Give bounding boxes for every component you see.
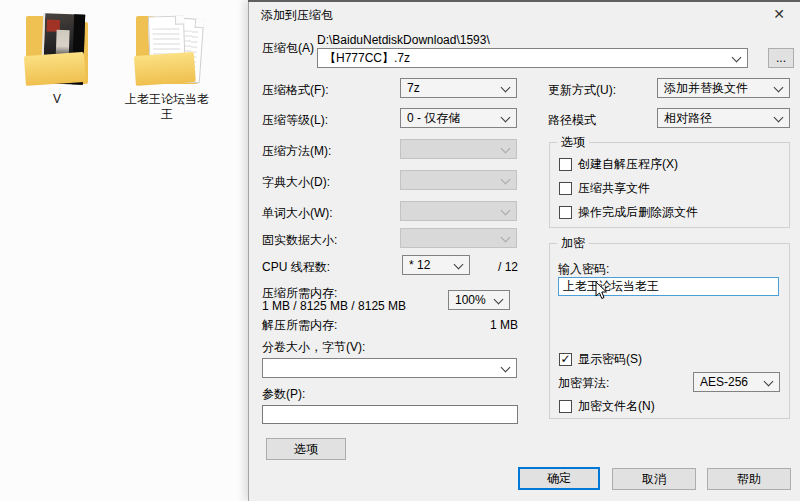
checkbox-unchecked[interactable] xyxy=(559,182,572,195)
mouse-cursor-icon xyxy=(595,281,608,300)
compress-shared-label: 压缩共享文件 xyxy=(578,180,650,197)
chevron-down-icon xyxy=(501,113,511,123)
chevron-down-icon xyxy=(494,295,504,305)
options-group-title: 选项 xyxy=(557,135,589,149)
archive-name-combobox[interactable]: 【H777CC】.7z xyxy=(317,48,748,68)
update-mode-label: 更新方式(U): xyxy=(548,83,616,97)
options-group: 选项 创建自解压程序(X) 压缩共享文件 操作完成后删除源文件 xyxy=(549,142,790,228)
level-label: 压缩等级(L): xyxy=(262,113,328,127)
chevron-down-icon xyxy=(764,377,774,387)
create-sfx-label: 创建自解压程序(X) xyxy=(578,156,678,173)
folder-icon-front xyxy=(134,52,196,86)
encryption-method-label: 加密算法: xyxy=(558,376,609,390)
level-value: 0 - 仅存储 xyxy=(407,111,460,125)
checkbox-unchecked[interactable] xyxy=(559,400,572,413)
ok-button[interactable]: 确定 xyxy=(518,467,600,490)
archive-path: D:\BaiduNetdiskDownload\1593\ xyxy=(317,33,490,47)
cancel-button[interactable]: 取消 xyxy=(612,468,696,490)
create-sfx-checkbox[interactable]: 创建自解压程序(X) xyxy=(559,156,678,173)
desktop: V 上老王论坛当老王 添加到压缩包 ✕ 压缩包(A) D:\BaiduNetdi… xyxy=(0,0,800,501)
memory-compress-detail: 1 MB / 8125 MB / 8125 MB xyxy=(262,299,406,313)
chevron-down-icon xyxy=(501,175,511,185)
add-to-archive-dialog: 添加到压缩包 ✕ 压缩包(A) D:\BaiduNetdiskDownload\… xyxy=(248,0,800,501)
compress-shared-checkbox[interactable]: 压缩共享文件 xyxy=(559,180,650,197)
memory-decompress-label: 解压所需内存: xyxy=(262,318,337,332)
method-dropdown-disabled xyxy=(400,139,517,159)
chevron-down-icon xyxy=(501,206,511,216)
delete-after-checkbox[interactable]: 操作完成后删除源文件 xyxy=(559,204,698,221)
desktop-folder-forum[interactable]: 上老王论坛当老王 xyxy=(136,14,198,86)
parameters-input[interactable] xyxy=(262,405,518,424)
archive-label: 压缩包(A) xyxy=(262,41,314,55)
desktop-folder-v[interactable]: V xyxy=(26,14,88,86)
dictionary-dropdown-disabled xyxy=(400,170,517,190)
encrypt-filenames-label: 加密文件名(N) xyxy=(578,398,655,415)
format-label: 压缩格式(F): xyxy=(262,83,329,97)
format-dropdown[interactable]: 7z xyxy=(400,78,517,98)
checkbox-checked[interactable]: ✓ xyxy=(559,353,572,366)
chevron-down-icon xyxy=(774,83,784,93)
method-label: 压缩方法(M): xyxy=(262,144,331,158)
volume-size-label: 分卷大小，字节(V): xyxy=(262,340,365,354)
chevron-down-icon xyxy=(501,144,511,154)
archive-name-value: 【H777CC】.7z xyxy=(324,51,410,65)
encryption-group: 加密 输入密码: ✓ 显示密码(S) 加密算法: AES-256 加密文件名(N… xyxy=(549,243,790,419)
delete-after-label: 操作完成后删除源文件 xyxy=(578,204,698,221)
word-size-label: 单词大小(W): xyxy=(262,206,333,220)
dialog-title: 添加到压缩包 xyxy=(261,7,333,24)
path-mode-label: 路径模式 xyxy=(548,113,596,127)
format-value: 7z xyxy=(407,81,420,95)
memory-percent-value: 100% xyxy=(455,293,486,307)
show-password-checkbox[interactable]: ✓ 显示密码(S) xyxy=(559,351,642,368)
chevron-down-icon xyxy=(774,113,784,123)
solid-block-label: 固实数据大小: xyxy=(262,233,337,247)
memory-decompress-value: 1 MB xyxy=(458,318,518,332)
memory-compress-label: 压缩所需内存: xyxy=(262,286,337,300)
checkbox-unchecked[interactable] xyxy=(559,158,572,171)
close-icon: ✕ xyxy=(773,6,785,22)
volume-size-combobox[interactable] xyxy=(262,358,517,378)
options-button[interactable]: 选项 xyxy=(266,438,346,460)
help-button[interactable]: 帮助 xyxy=(707,468,791,490)
cpu-threads-dropdown[interactable]: * 12 xyxy=(402,255,470,275)
password-input[interactable] xyxy=(558,277,779,296)
solid-block-dropdown-disabled xyxy=(400,228,517,248)
close-button[interactable]: ✕ xyxy=(762,3,796,25)
show-password-label: 显示密码(S) xyxy=(578,351,642,368)
update-mode-value: 添加并替换文件 xyxy=(664,81,748,95)
word-size-dropdown-disabled xyxy=(400,201,517,221)
chevron-down-icon xyxy=(732,53,742,63)
folder-icon-front xyxy=(24,52,86,86)
browse-button[interactable]: ... xyxy=(768,48,794,68)
parameters-label: 参数(P): xyxy=(262,387,305,401)
chevron-down-icon xyxy=(501,363,511,373)
folder-label: V xyxy=(16,92,98,107)
level-dropdown[interactable]: 0 - 仅存储 xyxy=(400,108,517,128)
password-label: 输入密码: xyxy=(558,262,609,276)
encrypt-filenames-checkbox[interactable]: 加密文件名(N) xyxy=(559,398,655,415)
dictionary-label: 字典大小(D): xyxy=(262,175,330,189)
memory-percent-dropdown[interactable]: 100% xyxy=(448,290,510,310)
path-mode-dropdown[interactable]: 相对路径 xyxy=(657,108,790,128)
encryption-method-dropdown[interactable]: AES-256 xyxy=(693,372,780,392)
chevron-down-icon xyxy=(501,83,511,93)
update-mode-dropdown[interactable]: 添加并替换文件 xyxy=(657,78,790,98)
chevron-down-icon xyxy=(454,260,464,270)
cpu-threads-value: * 12 xyxy=(409,258,430,272)
cpu-threads-label: CPU 线程数: xyxy=(262,260,330,274)
encryption-method-value: AES-256 xyxy=(700,375,748,389)
folder-label: 上老王论坛当老王 xyxy=(123,92,211,122)
checkbox-unchecked[interactable] xyxy=(559,206,572,219)
cpu-threads-total: / 12 xyxy=(478,260,518,274)
chevron-down-icon xyxy=(501,233,511,243)
encryption-group-title: 加密 xyxy=(557,236,589,250)
path-mode-value: 相对路径 xyxy=(664,111,712,125)
